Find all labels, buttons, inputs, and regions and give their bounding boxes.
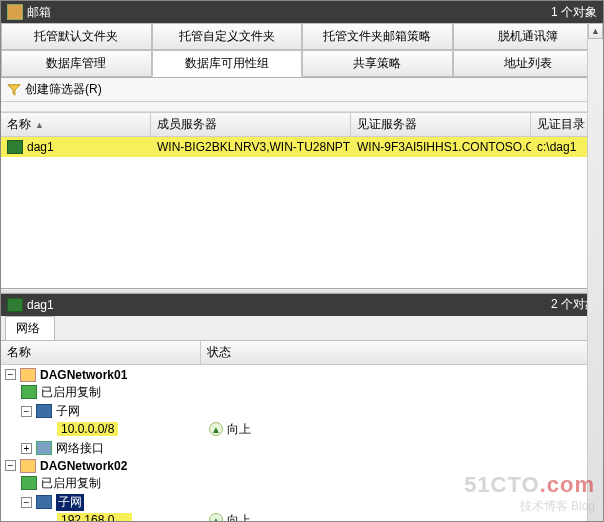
svg-marker-0 bbox=[8, 84, 20, 95]
up-arrow-icon: ▲ bbox=[209, 422, 223, 436]
dag-grid-body[interactable]: dag1 WIN-BIG2BKLNRV3,WIN-TU28NPTP65J WIN… bbox=[1, 137, 603, 288]
node-label: 已启用复制 bbox=[41, 384, 101, 401]
status-text: 向上 bbox=[227, 512, 251, 522]
tab-address-list[interactable]: 地址列表 bbox=[453, 50, 604, 77]
expander-icon[interactable]: − bbox=[5, 369, 16, 380]
node-replication-enabled[interactable]: 已启用复制 bbox=[21, 383, 603, 402]
tab-managed-custom-folders[interactable]: 托管自定义文件夹 bbox=[152, 23, 303, 50]
node-dagnetwork02[interactable]: − DAGNetwork02 bbox=[5, 458, 603, 474]
tab-sharing-policy[interactable]: 共享策略 bbox=[302, 50, 453, 77]
node-label: 子网 bbox=[56, 403, 80, 420]
network-icon bbox=[20, 368, 36, 382]
sort-asc-icon: ▲ bbox=[35, 120, 44, 130]
treecol-name[interactable]: 名称 bbox=[1, 341, 201, 364]
node-label: 子网 bbox=[56, 494, 84, 511]
dag-icon bbox=[7, 140, 23, 154]
dag-name-cell: dag1 bbox=[1, 138, 151, 156]
tree-header: 名称 状态 bbox=[1, 341, 603, 365]
node-label: DAGNetwork01 bbox=[40, 368, 127, 382]
tab-managed-default-folders[interactable]: 托管默认文件夹 bbox=[1, 23, 152, 50]
subnet-icon bbox=[36, 404, 52, 418]
spacer bbox=[1, 102, 603, 112]
subnet-icon bbox=[36, 495, 52, 509]
lower-subtabs: 网络 bbox=[1, 316, 603, 341]
expander-icon[interactable]: − bbox=[21, 497, 32, 508]
node-subnets[interactable]: − 子网 bbox=[21, 402, 603, 421]
expander-icon[interactable]: − bbox=[21, 406, 32, 417]
replication-icon bbox=[21, 476, 37, 490]
node-dagnetwork01[interactable]: − DAGNetwork01 bbox=[5, 367, 603, 383]
treecol-status[interactable]: 状态 bbox=[201, 341, 603, 364]
subnet-cidr: 192.168.0.... bbox=[57, 513, 132, 522]
col-members[interactable]: 成员服务器 bbox=[151, 113, 351, 136]
filter-bar: 创建筛选器(R) bbox=[1, 78, 603, 102]
funnel-icon bbox=[7, 83, 21, 97]
dag-members-cell: WIN-BIG2BKLNRV3,WIN-TU28NPTP65J bbox=[151, 138, 351, 156]
tab-database-availability-group[interactable]: 数据库可用性组 bbox=[152, 50, 303, 77]
lower-titlebar: dag1 2 个对象 bbox=[1, 294, 603, 316]
vertical-scrollbar[interactable]: ▲ bbox=[587, 23, 603, 521]
app-window: 邮箱 1 个对象 托管默认文件夹 托管自定义文件夹 托管文件夹邮箱策略 脱机通讯… bbox=[0, 0, 604, 522]
node-subnet-10-status: ▲ 向上 bbox=[205, 420, 603, 439]
network-tree[interactable]: − DAGNetwork01 已启用复制 − 子网 10.0.0.0/8 ▲ 向… bbox=[1, 365, 603, 522]
status-text: 向上 bbox=[227, 421, 251, 438]
replication-icon bbox=[21, 385, 37, 399]
tab-offline-address-book[interactable]: 脱机通讯簿 bbox=[453, 23, 604, 50]
titlebar: 邮箱 1 个对象 bbox=[1, 1, 603, 23]
create-filter-link[interactable]: 创建筛选器(R) bbox=[25, 81, 102, 98]
scroll-up-button[interactable]: ▲ bbox=[588, 23, 603, 39]
up-arrow-icon: ▲ bbox=[209, 513, 223, 521]
node-subnet-192-status: ▲ 向上 bbox=[205, 511, 603, 522]
subtab-network[interactable]: 网络 bbox=[5, 316, 55, 340]
node-replication-enabled[interactable]: 已启用复制 bbox=[21, 474, 603, 493]
dag-icon bbox=[7, 298, 23, 312]
interface-icon bbox=[36, 441, 52, 455]
tab-managed-folder-mailbox-policy[interactable]: 托管文件夹邮箱策略 bbox=[302, 23, 453, 50]
dag-grid-header: 名称▲ 成员服务器 见证服务器 见证目录 bbox=[1, 112, 603, 137]
expander-icon[interactable]: − bbox=[5, 460, 16, 471]
expander-icon[interactable]: + bbox=[21, 443, 32, 454]
title-count: 1 个对象 bbox=[551, 4, 597, 21]
mailbox-icon bbox=[7, 4, 23, 20]
col-name[interactable]: 名称▲ bbox=[1, 113, 151, 136]
node-interfaces[interactable]: + 网络接口 bbox=[21, 439, 603, 458]
dag-witness-cell: WIN-9F3AI5IHHS1.CONTOSO.COM bbox=[351, 138, 531, 156]
tab-database-management[interactable]: 数据库管理 bbox=[1, 50, 152, 77]
subnet-cidr: 10.0.0.0/8 bbox=[57, 422, 118, 436]
node-label: DAGNetwork02 bbox=[40, 459, 127, 473]
node-subnets-selected[interactable]: − 子网 bbox=[21, 493, 603, 512]
lower-title: dag1 bbox=[27, 298, 54, 312]
node-label: 已启用复制 bbox=[41, 475, 101, 492]
title-text: 邮箱 bbox=[27, 4, 51, 21]
node-label: 网络接口 bbox=[56, 440, 104, 457]
dag-row[interactable]: dag1 WIN-BIG2BKLNRV3,WIN-TU28NPTP65J WIN… bbox=[1, 137, 603, 157]
network-icon bbox=[20, 459, 36, 473]
tab-strip: 托管默认文件夹 托管自定义文件夹 托管文件夹邮箱策略 脱机通讯簿 数据库管理 数… bbox=[1, 23, 603, 78]
col-witness[interactable]: 见证服务器 bbox=[351, 113, 531, 136]
